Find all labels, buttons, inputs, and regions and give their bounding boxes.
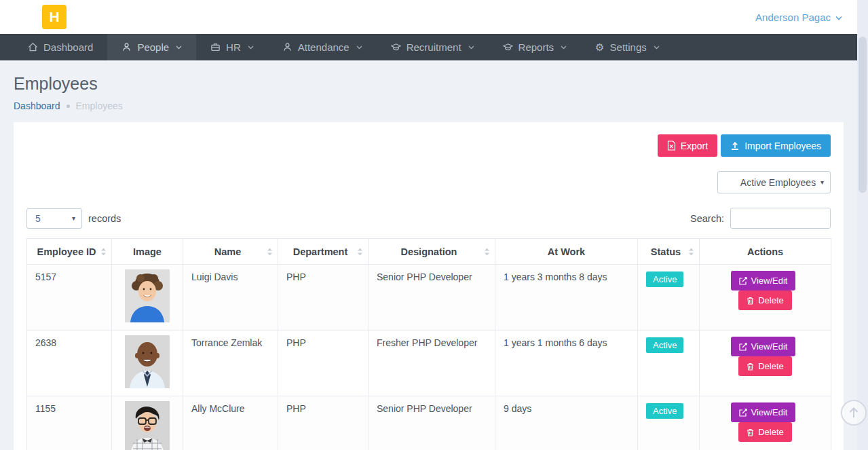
- toolbar: Export Import Employees: [26, 134, 831, 157]
- upload-icon: [730, 141, 740, 151]
- nav-item-recruitment[interactable]: Recruitment: [377, 34, 489, 60]
- nav-label: Reports: [518, 41, 554, 53]
- table-row: 2638 Torrance Zemlak PHP Fresher: [27, 331, 831, 396]
- sort-icon[interactable]: [267, 247, 273, 256]
- trash-icon: [747, 297, 754, 305]
- edit-icon: [739, 343, 747, 351]
- graduation-cap-icon: [503, 42, 513, 52]
- sort-icon[interactable]: [357, 247, 363, 256]
- column-header-department[interactable]: Department: [278, 239, 369, 265]
- import-employees-button[interactable]: Import Employees: [721, 134, 831, 157]
- column-header-at-work: At Work: [495, 239, 638, 265]
- caret-down-icon: ▾: [72, 214, 75, 222]
- nav-item-people[interactable]: People: [107, 34, 196, 60]
- user-name: Anderson Pagac: [755, 12, 831, 23]
- list-controls: 5 ▾ records Search:: [26, 208, 831, 229]
- cell-department: PHP: [278, 331, 369, 396]
- nav-label: Dashboard: [43, 41, 93, 53]
- nav-item-dashboard[interactable]: Dashboard: [14, 34, 107, 60]
- top-header: H Anderson Pagac: [0, 0, 868, 34]
- column-header-status[interactable]: Status: [638, 239, 700, 265]
- cell-actions: View/Edit Delete: [700, 265, 831, 331]
- column-header-actions: Actions: [700, 239, 831, 265]
- cell-at-work: 1 years 1 months 6 days: [495, 331, 638, 396]
- cell-designation: Fresher PHP Developer: [369, 331, 495, 396]
- records-per-page-select[interactable]: 5 ▾: [26, 208, 82, 229]
- cell-designation: Senior PHP Developer: [369, 396, 495, 450]
- trash-icon: [747, 428, 754, 436]
- chevron-down-icon: [248, 45, 254, 50]
- delete-button[interactable]: Delete: [738, 356, 792, 376]
- view-edit-button[interactable]: View/Edit: [731, 402, 796, 422]
- column-header-image: Image: [112, 239, 183, 265]
- nav-item-attendance[interactable]: Attendance: [268, 34, 377, 60]
- nav-item-reports[interactable]: Reports: [489, 34, 582, 60]
- column-header-name[interactable]: Name: [183, 239, 278, 265]
- cell-name: Ally McClure: [183, 396, 278, 450]
- records-label: records: [88, 213, 121, 224]
- cell-status: Active: [638, 396, 700, 450]
- breadcrumb-dashboard-link[interactable]: Dashboard: [14, 100, 60, 111]
- cell-at-work: 9 days: [495, 396, 638, 450]
- sort-icon[interactable]: [484, 247, 490, 256]
- chevron-down-icon: [176, 45, 182, 50]
- home-icon: [28, 42, 38, 52]
- delete-button[interactable]: Delete: [738, 290, 792, 310]
- view-edit-button[interactable]: View/Edit: [731, 337, 796, 356]
- cell-actions: View/Edit Delete: [700, 396, 831, 450]
- chevron-down-icon: [561, 45, 567, 50]
- breadcrumb-separator: [67, 105, 70, 108]
- column-header-designation[interactable]: Designation: [369, 239, 495, 265]
- employee-photo: [125, 269, 170, 322]
- person-icon: [121, 42, 132, 52]
- trash-icon: [747, 362, 754, 371]
- nav-label: Recruitment: [407, 41, 461, 53]
- employee-photo: [125, 401, 170, 450]
- edit-icon: [739, 409, 747, 417]
- arrow-up-icon: [848, 407, 859, 419]
- status-badge: Active: [646, 337, 683, 353]
- briefcase-icon: [210, 42, 221, 52]
- export-label: Export: [681, 140, 708, 151]
- scroll-to-top-button[interactable]: [841, 400, 867, 426]
- cell-department: PHP: [278, 396, 369, 450]
- caret-down-icon: ▾: [820, 179, 824, 186]
- vertical-scrollbar[interactable]: [857, 0, 868, 450]
- table-header-row: Employee ID Image Name Department Design…: [27, 239, 831, 265]
- gear-icon: ⚙: [595, 42, 604, 52]
- breadcrumb-current: Employees: [76, 100, 123, 111]
- user-menu[interactable]: Anderson Pagac: [755, 0, 842, 34]
- table-row: 1155 Ally: [27, 396, 831, 450]
- import-label: Import Employees: [744, 140, 821, 151]
- sort-icon[interactable]: [688, 247, 694, 256]
- view-edit-button[interactable]: View/Edit: [731, 271, 796, 290]
- sort-icon[interactable]: [100, 247, 107, 256]
- filter-row: Active Employees ▾: [26, 171, 831, 193]
- breadcrumb: Dashboard Employees: [14, 100, 868, 111]
- search-area: Search:: [690, 208, 831, 229]
- delete-button[interactable]: Delete: [738, 422, 792, 442]
- nav-label: Attendance: [298, 41, 350, 53]
- export-button[interactable]: Export: [658, 134, 717, 157]
- file-excel-icon: [667, 140, 676, 151]
- app-logo[interactable]: H: [42, 5, 67, 29]
- scrollbar-thumb[interactable]: [858, 37, 867, 193]
- nav-item-settings[interactable]: ⚙ Settings: [581, 34, 674, 60]
- records-selected-value: 5: [35, 213, 41, 224]
- page-heading: Employees Dashboard Employees: [0, 60, 868, 111]
- cell-name: Luigi Davis: [183, 265, 278, 331]
- column-header-employee-id[interactable]: Employee ID: [27, 239, 112, 265]
- person-icon: [282, 42, 293, 52]
- nav-item-hr[interactable]: HR: [196, 34, 268, 60]
- cell-employee-id: 1155: [27, 396, 112, 450]
- employee-photo: [125, 335, 170, 388]
- cell-name: Torrance Zemlak: [183, 331, 278, 396]
- nav-label: HR: [226, 41, 241, 53]
- employees-table: Employee ID Image Name Department Design…: [26, 238, 831, 450]
- cell-employee-id: 2638: [27, 331, 112, 396]
- employee-filter-select[interactable]: Active Employees ▾: [717, 171, 831, 193]
- search-input[interactable]: [730, 208, 831, 229]
- edit-icon: [739, 277, 747, 285]
- status-badge: Active: [646, 271, 683, 287]
- cell-status: Active: [638, 265, 700, 331]
